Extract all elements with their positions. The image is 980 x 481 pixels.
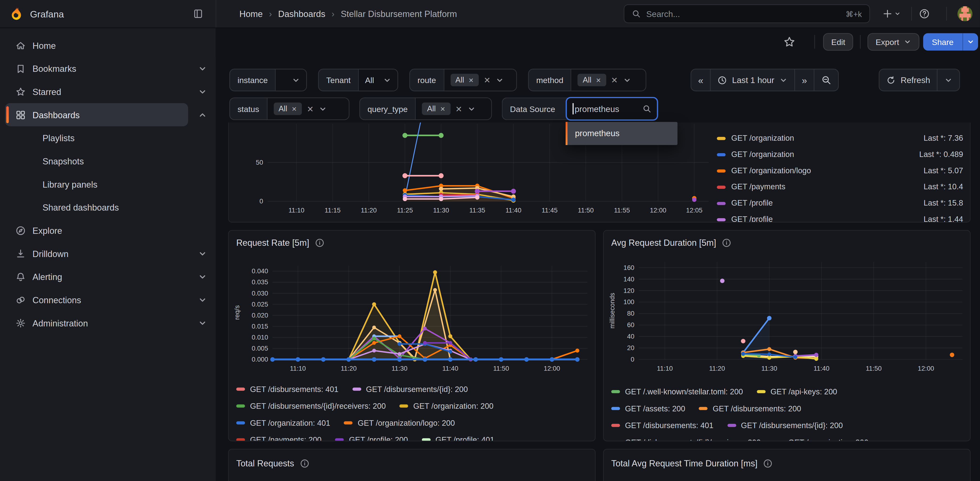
sidebar-item-shared-dashboards[interactable]: Shared dashboards [5,196,188,219]
user-avatar[interactable] [958,6,973,21]
series-name[interactable]: GET /payments [731,183,785,191]
sidebar-toggle-icon[interactable] [192,8,204,19]
time-range-picker[interactable]: Last 1 hour [710,69,794,91]
sidebar-item-library-panels[interactable]: Library panels [5,172,188,196]
info-icon[interactable] [763,459,772,468]
legend-item[interactable]: GET /organization: 200 [775,438,869,441]
legend-item[interactable]: GET /disbursements/{id}/receivers: 200 [236,401,386,410]
legend-row[interactable]: GET /organizationLast *: 7.36 [717,130,963,146]
legend-item[interactable]: GET /disbursements/{id}: 200 [352,385,468,393]
info-icon[interactable] [300,459,309,468]
add-button[interactable] [882,6,900,21]
clear-all-icon[interactable]: ✕ [611,75,618,85]
remove-value-icon[interactable]: ✕ [596,76,601,83]
legend-item[interactable]: GET /.well-known/stellar.toml: 200 [611,387,743,396]
filter-route[interactable]: route All✕ ✕ [409,68,517,91]
share-menu-button[interactable] [962,33,978,51]
datasource-input[interactable]: prometheus [566,97,658,121]
favorite-star-icon[interactable] [783,36,795,48]
legend-item[interactable]: GET /api-keys: 200 [757,387,837,396]
sidebar-item-dashboards[interactable]: Dashboards [5,103,188,126]
legend-item[interactable]: GET /profile: 401 [422,435,494,441]
series-name[interactable]: GET /profile [731,215,773,223]
sidebar-item-home[interactable]: Home [5,34,188,57]
chevron-up-icon[interactable] [198,110,207,119]
sidebar-item-playlists[interactable]: Playlists [5,126,188,150]
filter-pill[interactable]: All✕ [422,102,450,115]
chevron-down-icon[interactable] [495,76,504,84]
share-button[interactable]: Share [923,33,962,51]
dropdown-option-prometheus[interactable]: prometheus [566,129,619,138]
legend-item[interactable]: GET /organization: 401 [236,419,330,427]
legend-item[interactable]: GET /disbursements: 401 [236,385,338,393]
legend-row[interactable]: GET /profileLast *: 15.8 [717,195,963,211]
zoom-out-button[interactable] [814,69,838,91]
info-icon[interactable] [722,238,731,247]
breadcrumb-dashboards[interactable]: Dashboards [278,9,325,19]
panel-title[interactable]: Request Rate [5m] [236,237,309,248]
remove-value-icon[interactable]: ✕ [292,105,297,112]
chevron-down-icon[interactable] [198,87,207,96]
sidebar-item-explore[interactable]: Explore [5,219,188,242]
export-button[interactable]: Export [867,33,919,51]
filter-instance[interactable]: instance [229,68,307,91]
sidebar-item-bookmarks[interactable]: Bookmarks [5,57,188,80]
series-name[interactable]: GET /organization [731,150,794,159]
search-input[interactable]: Search... ⌘+k [624,4,870,23]
edit-button[interactable]: Edit [823,33,853,51]
filter-query-type[interactable]: query_type All✕ ✕ [360,98,492,120]
sidebar-item-alerting[interactable]: Alerting [5,265,188,288]
grafana-logo-icon[interactable] [8,6,24,22]
filter-datasource[interactable]: Data Source prometheus [502,98,658,120]
legend-item[interactable]: GET /assets: 200 [611,404,685,413]
clear-all-icon[interactable]: ✕ [455,104,462,113]
clear-all-icon[interactable]: ✕ [484,75,490,85]
legend-row[interactable]: GET /organizationLast *: 0.489 [717,146,963,162]
filter-pill[interactable]: All✕ [578,74,606,86]
legend-item[interactable]: GET /disbursements: 401 [611,421,713,430]
sidebar-item-starred[interactable]: Starred [5,80,188,103]
chevron-down-icon[interactable] [292,76,300,84]
legend-item[interactable]: GET /organization: 200 [399,401,493,410]
legend-row[interactable]: GET /profileLast *: 1.44 [717,211,963,223]
brand-label[interactable]: Grafana [30,0,64,27]
series-name[interactable]: GET /profile [731,199,773,208]
chevron-down-icon[interactable] [198,319,207,327]
panel-title[interactable]: Avg Request Duration [5m] [611,237,716,248]
panel-title[interactable]: Total Requests [236,458,294,468]
filter-tenant[interactable]: Tenant All [318,68,398,91]
time-shift-forward-button[interactable]: » [794,69,814,91]
sidebar-item-drilldown[interactable]: Drilldown [5,242,188,265]
chart-rate[interactable]: 11:1011:2011:3011:4011:5012:000.0000.005… [232,253,593,378]
time-shift-back-button[interactable]: « [691,69,710,91]
refresh-interval-button[interactable] [937,69,959,91]
chevron-down-icon[interactable] [383,76,391,84]
filter-method[interactable]: method All✕ ✕ [528,68,646,91]
breadcrumb-home[interactable]: Home [239,9,263,19]
remove-value-icon[interactable]: ✕ [440,105,445,112]
legend-row[interactable]: GET /organization/logoLast *: 5.07 [717,162,963,179]
legend-item[interactable]: GET /disbursements/{id}: 200 [727,421,843,430]
chevron-down-icon[interactable] [198,64,207,73]
filter-pill[interactable]: All✕ [450,74,479,86]
chart-dur[interactable]: 11:1011:2011:3011:4011:5012:000204060801… [608,253,967,378]
info-icon[interactable] [315,238,324,247]
help-icon[interactable] [919,6,930,21]
filter-pill[interactable]: All✕ [274,102,302,115]
chevron-down-icon[interactable] [198,249,207,258]
sidebar-item-administration[interactable]: Administration [5,311,188,334]
chevron-down-icon[interactable] [467,105,476,113]
panel-title[interactable]: Total Avg Request Time Duration [ms] [611,458,757,468]
chevron-down-icon[interactable] [623,76,631,84]
sidebar-item-snapshots[interactable]: Snapshots [5,149,188,172]
refresh-button[interactable]: Refresh [879,69,937,91]
legend-item[interactable]: GET /payments: 200 [236,435,321,441]
legend-item[interactable]: GET /profile: 200 [335,435,408,441]
legend-item[interactable]: GET /disbursements/{id}/receivers: 200 [611,438,761,441]
legend-row[interactable]: GET /paymentsLast *: 10.4 [717,179,963,195]
remove-value-icon[interactable]: ✕ [468,76,474,83]
clear-all-icon[interactable]: ✕ [307,104,313,113]
chevron-down-icon[interactable] [198,295,207,304]
chevron-down-icon[interactable] [319,105,327,113]
legend-item[interactable]: GET /organization/logo: 200 [344,419,455,427]
